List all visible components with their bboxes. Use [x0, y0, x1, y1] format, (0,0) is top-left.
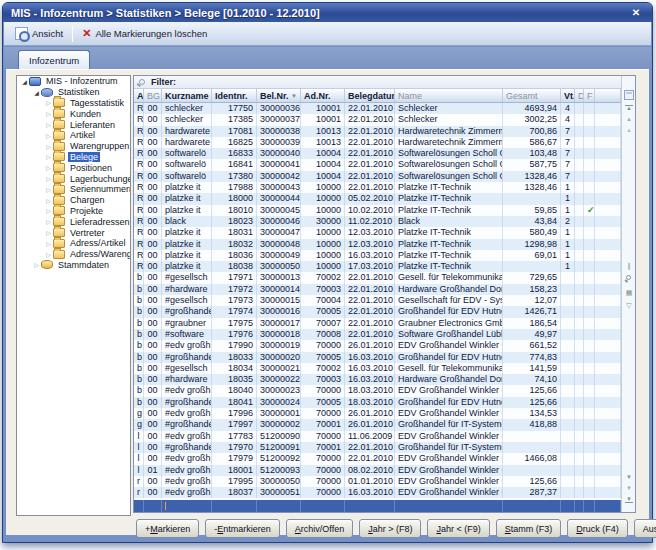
append-cell[interactable] — [584, 500, 595, 512]
column-header-bg[interactable]: BG — [144, 89, 162, 102]
row-down-icon[interactable]: ▼ — [622, 474, 636, 480]
append-cell[interactable] — [503, 500, 561, 512]
tree-item-lagerbuchungen[interactable]: ▷Lagerbuchungen — [17, 173, 130, 184]
tree-collapsed-icon[interactable]: ▷ — [44, 164, 53, 171]
table-row[interactable]: g00#großhande17997300000027000126.01.201… — [134, 419, 623, 430]
table-row[interactable]: l01#edv großh18001512000937000008.02.201… — [134, 465, 623, 476]
table-row[interactable]: R00softwarelö17380300000421000422.01.201… — [134, 171, 623, 182]
table-row[interactable]: l00#edv großh17783512000907000011.06.200… — [134, 431, 623, 442]
tree-item-mis-infozentrum[interactable]: ◢MIS - Infozentrum — [17, 76, 130, 87]
append-cell[interactable] — [257, 500, 301, 512]
jahr-next-button[interactable]: Jahr > (F8) — [359, 519, 421, 538]
archiv-offen-button[interactable]: Archiv/Offen — [286, 519, 353, 538]
column-header-vt[interactable]: Vt. — [561, 89, 575, 102]
grip-icon[interactable]: ∥ — [622, 262, 636, 270]
table-row[interactable]: b00#hardware17972300000147000322.01.2010… — [134, 284, 623, 295]
append-cell[interactable] — [561, 500, 575, 512]
table-row[interactable]: R00softwarelö16841300000411000422.01.201… — [134, 159, 623, 170]
tree-item-projekte[interactable]: ▷Projekte — [17, 206, 130, 217]
append-cell[interactable] — [395, 500, 503, 512]
tree-collapsed-icon[interactable]: ▷ — [44, 229, 53, 236]
column-header-name[interactable]: Name — [395, 89, 503, 102]
tree-item-stammdaten[interactable]: ▷Stammdaten — [17, 260, 130, 271]
tree-item-seriennummern[interactable]: ▷Seriennummern — [17, 184, 130, 195]
tree-collapsed-icon[interactable]: ▷ — [44, 175, 53, 182]
bookmark-icon[interactable]: ▦ — [622, 289, 636, 297]
tree-collapsed-icon[interactable]: ▷ — [44, 207, 53, 214]
ansicht-button[interactable]: Ansicht — [10, 25, 68, 42]
markieren-button[interactable]: + Markieren — [136, 519, 199, 538]
tree-collapsed-icon[interactable]: ▷ — [44, 153, 53, 160]
table-row[interactable]: R00platzke it18036300000491000016.03.201… — [134, 250, 623, 261]
column-header-a[interactable]: A — [134, 89, 144, 102]
table-row[interactable]: R00hardwarete17081300000381001322.01.201… — [134, 126, 623, 137]
clear-marks-button[interactable]: ✕ Alle Markierungen löschen — [77, 25, 212, 42]
tree-item-lieferadressen[interactable]: ▷Lieferadressen — [17, 216, 130, 227]
tree-collapsed-icon[interactable]: ▷ — [44, 251, 53, 258]
column-header-d[interactable]: D — [575, 89, 584, 102]
append-cell[interactable] — [301, 500, 345, 512]
append-cell[interactable] — [162, 500, 212, 512]
tree-item-warengruppen[interactable]: ▷Warengruppen — [17, 141, 130, 152]
tree-collapsed-icon[interactable]: ▷ — [44, 110, 53, 117]
append-cell[interactable] — [134, 500, 144, 512]
table-row[interactable]: b00#hardware18035300000227000316.03.2010… — [134, 374, 623, 385]
column-header-f[interactable]: F — [584, 89, 595, 102]
tree-collapsed-icon[interactable]: ▷ — [44, 143, 53, 150]
table-row[interactable]: b00#großhande18041300000247000518.03.201… — [134, 397, 623, 408]
tree-item-tagesstatistik[interactable]: ▷Tagesstatistik — [17, 98, 130, 109]
table-row[interactable]: r00#edv großh17995300000507000001.01.201… — [134, 476, 623, 487]
table-row[interactable]: b00#gesellsch18034300000217000216.03.201… — [134, 363, 623, 374]
column-header-belnr[interactable]: Bel.Nr.▼ — [257, 89, 301, 102]
tree-collapsed-icon[interactable]: ▷ — [32, 261, 41, 268]
table-row[interactable]: l00#edv großh17979512000927000022.01.201… — [134, 453, 623, 464]
close-icon[interactable]: ✕ — [628, 7, 644, 18]
table-row[interactable]: b00#großhande18033300000207000516.03.201… — [134, 352, 623, 363]
filter-row[interactable]: Filter: — [134, 76, 635, 89]
tree-collapsed-icon[interactable]: ▷ — [44, 186, 53, 193]
table-row[interactable]: R00platzke it18010300000451000010.02.201… — [134, 205, 623, 216]
tree-item-kunden[interactable]: ▷Kunden — [17, 108, 130, 119]
tree-item-positionen[interactable]: ▷Positionen — [17, 162, 130, 173]
tree-item-adress-artikel[interactable]: ▷Adress/Artikel — [17, 238, 130, 249]
table-row[interactable]: R00platzke it18031300000471000012.03.201… — [134, 227, 623, 238]
tree-item-belege[interactable]: ▷Belege — [17, 152, 130, 163]
table-row[interactable]: b00#gesellsch17971300000137000222.01.201… — [134, 272, 623, 283]
table-row[interactable]: R00platzke it17988300000431000022.01.201… — [134, 182, 623, 193]
column-select-icon[interactable] — [624, 90, 634, 100]
table-row[interactable]: b00#gesellsch17973300000157000422.01.201… — [134, 295, 623, 306]
table-row[interactable]: R00platzke it18000300000441000005.02.201… — [134, 193, 623, 204]
column-header-belegdatum[interactable]: Belegdatum — [345, 89, 395, 102]
tree-collapsed-icon[interactable]: ▷ — [44, 240, 53, 247]
tree-expanded-icon[interactable]: ◢ — [32, 89, 41, 96]
append-cell[interactable] — [212, 500, 257, 512]
auswertung-button[interactable]: Auswertung — [634, 519, 656, 538]
tree-item-statistiken[interactable]: ◢Statistiken — [17, 87, 130, 98]
tree-item-artikel[interactable]: ▷Artikel — [17, 130, 130, 141]
tree-item-vertreter[interactable]: ▷Vertreter — [17, 227, 130, 238]
column-header-adnr[interactable]: Ad.Nr. — [301, 89, 345, 102]
table-row[interactable]: b00#software17976300000187000822.01.2010… — [134, 329, 623, 340]
table-row[interactable]: R00schlecker17385300000371000122.01.2010… — [134, 114, 623, 125]
table-row[interactable]: b00#edv großh18040300000237000018.03.201… — [134, 385, 623, 396]
tree-item-chargen[interactable]: ▷Chargen — [17, 195, 130, 206]
tab-infozentrum[interactable]: Infozentrum — [18, 50, 90, 69]
table-row[interactable]: r00#edv großh18037300000517000016.03.201… — [134, 487, 623, 498]
append-cell[interactable] — [575, 500, 584, 512]
table-row[interactable]: R00platzke it18038300000501000017.03.201… — [134, 261, 623, 272]
search-icon[interactable] — [626, 275, 631, 280]
row-up-icon[interactable]: ▲ — [622, 127, 636, 133]
tree-collapsed-icon[interactable]: ▷ — [44, 218, 53, 225]
tree-collapsed-icon[interactable]: ▷ — [44, 99, 53, 106]
stamm-button[interactable]: Stamm (F3) — [496, 519, 562, 538]
page-down-icon[interactable]: ▼ — [622, 485, 636, 491]
append-cell[interactable] — [595, 500, 621, 512]
column-header-kurzname[interactable]: Kurzname — [162, 89, 212, 102]
column-header-identnr[interactable]: Identnr. — [212, 89, 257, 102]
tree-item-adress-warengruppen[interactable]: ▷Adress/Warengruppen — [17, 249, 130, 260]
table-row[interactable]: b00#edv großh17990300000197000026.01.201… — [134, 340, 623, 351]
tree-item-lieferanten[interactable]: ▷Lieferanten — [17, 119, 130, 130]
append-cell[interactable] — [144, 500, 162, 512]
table-row[interactable]: R00platzke it18032300000481000012.03.201… — [134, 239, 623, 250]
page-up-icon[interactable]: ▲ — [622, 116, 636, 122]
